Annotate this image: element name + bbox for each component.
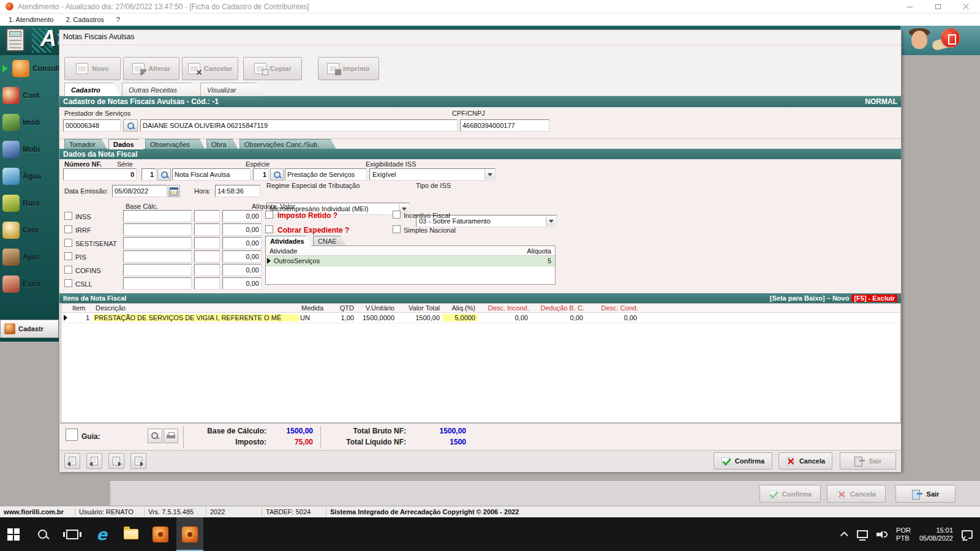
speaker-icon[interactable] [876, 530, 888, 539]
inss-checkbox[interactable] [64, 212, 72, 220]
sest-checkbox[interactable] [64, 239, 72, 247]
banner-exit-icon[interactable] [941, 28, 960, 48]
irrf-checkbox[interactable] [64, 225, 72, 233]
imprimir-button[interactable]: Imprimir [318, 57, 379, 80]
serie-search-button[interactable] [157, 168, 171, 181]
calendar-button[interactable] [168, 185, 180, 197]
sidebar-item-cemiterio[interactable]: Cem [0, 217, 59, 244]
prestador-name-input[interactable] [140, 119, 458, 132]
network-icon[interactable] [857, 530, 868, 538]
alterar-button[interactable]: Alterar [123, 57, 179, 80]
tab-cnae[interactable]: CNAE [313, 236, 346, 246]
sest-base-input[interactable] [123, 237, 192, 249]
taskbar-search-button[interactable] [29, 517, 56, 551]
cpf-input[interactable] [460, 119, 549, 132]
app-button-2-active[interactable] [176, 517, 203, 551]
csll-aliquota-input[interactable] [194, 277, 220, 290]
menu-cadastros[interactable]: 2. Cadastros [61, 15, 108, 24]
csll-checkbox[interactable] [64, 279, 72, 287]
copiar-button[interactable]: Copiar [243, 57, 302, 80]
incentivo-fiscal-checkbox[interactable] [393, 211, 401, 219]
simples-nacional-checkbox[interactable] [393, 225, 401, 233]
minimize-button[interactable] [895, 0, 924, 13]
guia-view-button[interactable] [148, 429, 162, 443]
novo-button[interactable]: Novo [64, 57, 121, 80]
irrf-aliquota-input[interactable] [194, 223, 220, 236]
guia-checkbox[interactable] [66, 429, 78, 441]
imposto-retido-checkbox[interactable] [265, 211, 273, 219]
sidebar-item-ajuizamento[interactable]: Ajuiz [0, 244, 59, 271]
serie-input[interactable] [141, 168, 156, 181]
cancela-button[interactable]: Cancela [778, 452, 832, 470]
language-indicator[interactable]: POR PTB [896, 527, 911, 542]
sest-aliquota-input[interactable] [194, 237, 220, 249]
especie-desc-input[interactable] [285, 168, 367, 181]
pis-base-input[interactable] [123, 250, 192, 263]
tab-outras-receitas[interactable]: Outras Receitas [122, 83, 199, 96]
tab-tomador[interactable]: Tomador [64, 139, 107, 149]
pis-checkbox[interactable] [64, 252, 72, 260]
tab-dados[interactable]: Dados [108, 139, 144, 149]
last-record-button[interactable] [130, 453, 146, 469]
irrf-base-input[interactable] [123, 223, 192, 236]
cofins-checkbox[interactable] [64, 266, 72, 274]
atividade-row[interactable]: OutrosServiços 5 [266, 256, 555, 266]
numero-nf-input[interactable] [63, 168, 137, 181]
irrf-valor-input[interactable] [222, 223, 262, 236]
sidebar-item-mobiliario[interactable]: Mobi [0, 136, 59, 163]
next-record-button[interactable] [108, 453, 124, 469]
close-button[interactable] [952, 0, 980, 13]
edge-button[interactable]: e [88, 517, 115, 551]
tab-observacoes-canc[interactable]: Observações Canc./Sub. [239, 139, 336, 149]
sidebar-item-rural[interactable]: Rura [0, 190, 59, 217]
clock[interactable]: 15:01 05/08/2022 [919, 527, 953, 542]
item-row[interactable]: 1 PRESTAÇÃO DE SERVIÇOS DE VIGIA I, REFE… [61, 313, 900, 323]
cofins-aliquota-input[interactable] [194, 264, 220, 276]
cancelar-button[interactable]: Cancelar [182, 57, 238, 80]
tab-atividades[interactable]: Atividades [265, 236, 312, 246]
sidebar-item-cadastros[interactable]: Cadastr [0, 320, 59, 338]
cofins-valor-input[interactable] [222, 264, 262, 276]
guia-print-button[interactable] [164, 429, 178, 443]
menu-atendimento[interactable]: 1. Atendimento [4, 15, 58, 24]
first-record-button[interactable] [64, 453, 80, 469]
dropdown-button[interactable] [484, 170, 494, 179]
tab-observacoes[interactable]: Observações [145, 139, 205, 149]
hora-input[interactable] [215, 185, 260, 197]
menu-help[interactable]: ? [111, 15, 125, 24]
app-button-1[interactable] [147, 517, 174, 551]
csll-base-input[interactable] [123, 277, 192, 290]
maximize-button[interactable] [924, 0, 952, 13]
sest-valor-input[interactable] [222, 237, 262, 249]
tab-visualizar[interactable]: Visualizar [200, 83, 264, 96]
confirma-button[interactable]: Confirma [714, 452, 772, 470]
outer-confirma-button[interactable]: Confirma [760, 485, 821, 503]
cofins-base-input[interactable] [123, 264, 192, 276]
prestador-search-button[interactable] [123, 119, 138, 132]
outer-sair-button[interactable]: Sair [895, 485, 956, 503]
especie-input[interactable] [253, 168, 269, 181]
outer-cancela-button[interactable]: Cancela [827, 485, 886, 503]
data-emissao-input[interactable] [112, 185, 167, 197]
cobrar-expediente-checkbox[interactable] [265, 225, 273, 233]
prestador-code-input[interactable] [63, 119, 121, 132]
serie-desc-input[interactable] [172, 168, 251, 181]
previous-record-button[interactable] [86, 453, 102, 469]
sidebar-item-contribuintes[interactable]: Cont [0, 82, 59, 109]
file-explorer-button[interactable] [118, 517, 145, 551]
tab-obra[interactable]: Obra [206, 139, 238, 149]
tab-cadastro[interactable]: Cadastro [64, 83, 121, 96]
csll-valor-input[interactable] [222, 277, 262, 290]
start-button[interactable] [0, 517, 27, 551]
tray-expand-icon[interactable] [840, 531, 848, 539]
sair-button[interactable]: Sair [840, 452, 896, 470]
especie-search-button[interactable] [270, 168, 284, 181]
sidebar-item-consulta[interactable]: Consulta [0, 55, 59, 82]
sidebar-item-imobiliario[interactable]: Imob [0, 109, 59, 136]
pis-aliquota-input[interactable] [194, 250, 220, 263]
pis-valor-input[interactable] [222, 250, 262, 263]
sidebar-item-escolar[interactable]: Esco [0, 271, 59, 298]
exigibilidade-select[interactable]: Exigível [369, 168, 496, 181]
dropdown-button[interactable] [546, 216, 556, 226]
inss-valor-input[interactable] [222, 210, 262, 222]
